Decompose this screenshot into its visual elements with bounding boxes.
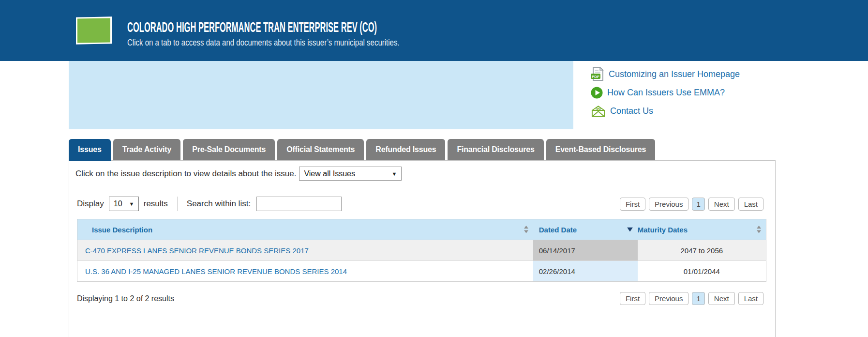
issue-filter-value: View all Issues bbox=[304, 169, 355, 178]
maturity-dates-cell: 2047 to 2056 bbox=[638, 240, 766, 261]
issuer-title: COLORADO HIGH PERFORMANCE TRAN ENTERPRIS… bbox=[127, 19, 377, 35]
issue-description-link[interactable]: U.S. 36 AND I-25 MANAGED LANES SENIOR RE… bbox=[77, 261, 533, 282]
colorado-state-logo bbox=[76, 16, 112, 44]
play-icon bbox=[591, 87, 603, 99]
chevron-down-icon: ▼ bbox=[122, 201, 135, 207]
table-row: U.S. 36 AND I-25 MANAGED LANES SENIOR RE… bbox=[77, 261, 766, 282]
tab-refunded-issues[interactable]: Refunded Issues bbox=[366, 139, 445, 160]
page-size-select[interactable]: 10 ▼ bbox=[109, 197, 139, 211]
quick-link-label: Contact Us bbox=[610, 106, 653, 116]
quick-link-label: Customizing an Issuer Homepage bbox=[609, 69, 740, 79]
issues-panel: Click on the issue description to view d… bbox=[69, 160, 776, 337]
tab-official-statements[interactable]: Official Statements bbox=[277, 139, 364, 160]
tab-trade-activity[interactable]: Trade Activity bbox=[113, 139, 181, 160]
last-page-button[interactable]: Last bbox=[738, 292, 763, 305]
quick-links: PDF Customizing an Issuer Homepage How C… bbox=[591, 65, 794, 120]
last-page-button[interactable]: Last bbox=[738, 198, 763, 211]
quick-link-label: How Can Issuers Use EMMA? bbox=[607, 88, 725, 98]
search-input[interactable] bbox=[256, 197, 342, 211]
issue-description-link[interactable]: C-470 EXPRESS LANES SENIOR REVENUE BONDS… bbox=[77, 240, 533, 261]
issuer-subtitle: Click on a tab to access data and docume… bbox=[127, 37, 400, 48]
issue-filter-select[interactable]: View all Issues ▼ bbox=[299, 167, 402, 181]
column-header-dated-date[interactable]: Dated Date bbox=[533, 219, 638, 240]
link-how-can-issuers-use-emma[interactable]: How Can Issuers Use EMMA? bbox=[591, 83, 794, 102]
link-customizing-issuer-homepage[interactable]: PDF Customizing an Issuer Homepage bbox=[591, 65, 794, 83]
sort-descending-icon bbox=[627, 228, 633, 232]
results-label: results bbox=[144, 199, 168, 209]
pagination-top: First Previous 1 Next Last bbox=[620, 198, 763, 211]
issuer-tab-bar: Issues Trade Activity Pre-Sale Documents… bbox=[69, 139, 655, 161]
display-label: Display bbox=[77, 199, 104, 209]
tab-financial-disclosures[interactable]: Financial Disclosures bbox=[448, 139, 543, 160]
svg-text:PDF: PDF bbox=[592, 75, 599, 79]
issues-table: Issue Description Dated Date Maturity Da… bbox=[77, 219, 766, 282]
pagination-bottom: First Previous 1 Next Last bbox=[620, 292, 763, 305]
email-icon: @ bbox=[591, 105, 606, 118]
issuer-hero-box bbox=[69, 61, 573, 129]
search-label: Search within list: bbox=[187, 199, 251, 209]
column-header-issue-description[interactable]: Issue Description bbox=[77, 219, 533, 240]
column-header-maturity-dates[interactable]: Maturity Dates bbox=[638, 219, 766, 240]
first-page-button[interactable]: First bbox=[620, 292, 645, 305]
tab-event-based-disclosures[interactable]: Event-Based Disclosures bbox=[546, 139, 655, 160]
sort-both-icon bbox=[757, 226, 761, 233]
page-number-button[interactable]: 1 bbox=[692, 198, 704, 211]
dated-date-cell: 06/14/2017 bbox=[533, 240, 638, 261]
issuer-header: COLORADO HIGH PERFORMANCE TRAN ENTERPRIS… bbox=[0, 0, 868, 61]
next-page-button[interactable]: Next bbox=[708, 292, 735, 305]
issues-intro-text: Click on the issue description to view d… bbox=[75, 169, 296, 179]
results-summary: Displaying 1 to 2 of 2 results bbox=[77, 294, 174, 303]
pdf-icon: PDF bbox=[591, 67, 604, 81]
tab-pre-sale-documents[interactable]: Pre-Sale Documents bbox=[183, 139, 275, 160]
sort-both-icon bbox=[524, 226, 528, 233]
first-page-button[interactable]: First bbox=[620, 198, 645, 211]
link-contact-us[interactable]: @ Contact Us bbox=[591, 102, 794, 120]
chevron-down-icon: ▼ bbox=[385, 171, 397, 177]
page: COLORADO HIGH PERFORMANCE TRAN ENTERPRIS… bbox=[0, 0, 868, 337]
page-number-button[interactable]: 1 bbox=[692, 292, 704, 305]
maturity-dates-cell: 01/01/2044 bbox=[638, 261, 766, 282]
table-row: C-470 EXPRESS LANES SENIOR REVENUE BONDS… bbox=[77, 240, 766, 261]
dated-date-cell: 02/26/2014 bbox=[533, 261, 638, 282]
previous-page-button[interactable]: Previous bbox=[649, 198, 688, 211]
next-page-button[interactable]: Next bbox=[708, 198, 735, 211]
table-header-row: Issue Description Dated Date Maturity Da… bbox=[77, 219, 766, 240]
tab-issues[interactable]: Issues bbox=[69, 139, 111, 161]
page-size-value: 10 bbox=[114, 199, 122, 208]
previous-page-button[interactable]: Previous bbox=[649, 292, 688, 305]
divider bbox=[177, 197, 178, 211]
